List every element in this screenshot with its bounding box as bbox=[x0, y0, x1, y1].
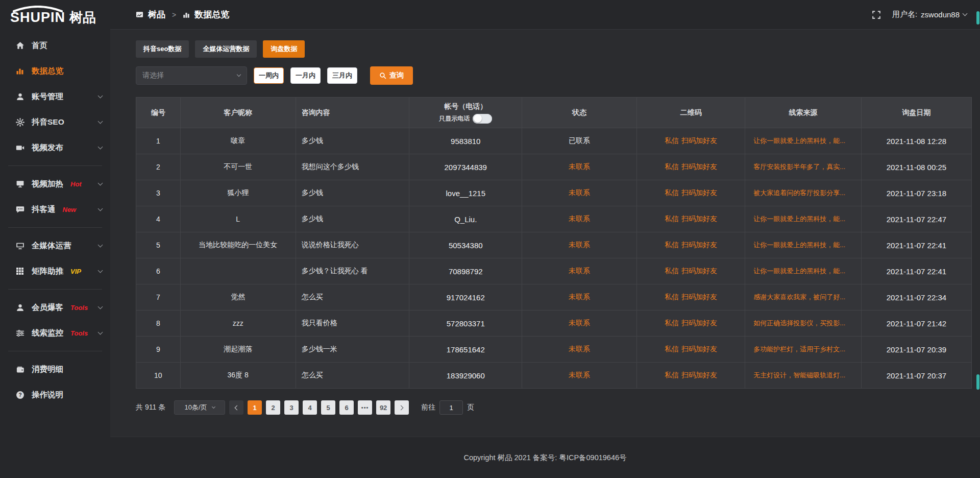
lead-source-link[interactable]: 让你一眼就爱上的黑科技，能... bbox=[745, 128, 862, 154]
chevron-right-icon bbox=[399, 405, 404, 410]
lead-source-link[interactable]: 让你一眼就爱上的黑科技，能... bbox=[745, 206, 862, 232]
scrollbar-thumb[interactable] bbox=[976, 374, 979, 390]
range-week-button[interactable]: 一周内 bbox=[254, 67, 284, 84]
table-row: 9 潮起潮落 多少钱一米 178651642 未联系 私信扫码加好友 多功能护栏… bbox=[136, 337, 972, 363]
username-label: 用户名: bbox=[892, 10, 917, 19]
lead-source-link[interactable]: 无主灯设计，智能磁吸轨道灯... bbox=[745, 363, 862, 389]
sidebar-item-home[interactable]: 首页 bbox=[0, 33, 110, 58]
sidebar-item-doukétong[interactable]: 抖客通 New bbox=[0, 197, 110, 222]
nav-divider bbox=[8, 351, 102, 351]
sidebar-item-label: 线索监控 bbox=[32, 328, 63, 339]
page-button-5[interactable]: 5 bbox=[321, 400, 335, 415]
hot-badge: Hot bbox=[70, 180, 82, 188]
col-id: 编号 bbox=[136, 98, 181, 128]
status-badge: 未联系 bbox=[522, 258, 636, 284]
sidebar-item-account[interactable]: 账号管理 bbox=[0, 84, 110, 109]
tab-douyin-seo-data[interactable]: 抖音seo数据 bbox=[136, 40, 189, 58]
status-badge: 未联系 bbox=[522, 310, 636, 337]
lead-source-link[interactable]: 感谢大家喜欢我家，被问了好... bbox=[745, 284, 862, 310]
private-msg-link[interactable]: 私信 bbox=[665, 267, 679, 275]
bar-chart-icon bbox=[183, 11, 190, 18]
lead-source-link[interactable]: 让你一眼就爱上的黑科技，能... bbox=[745, 232, 862, 258]
scan-add-friend-link[interactable]: 扫码加好友 bbox=[681, 293, 717, 301]
nav-divider bbox=[8, 227, 102, 228]
sidebar-item-member-burst[interactable]: 会员爆客 Tools bbox=[0, 295, 110, 320]
sidebar-item-help[interactable]: ? 操作说明 bbox=[0, 382, 110, 408]
chevron-down-icon bbox=[98, 304, 103, 309]
cell-nickname: 不可一世 bbox=[180, 154, 296, 180]
scan-add-friend-link[interactable]: 扫码加好友 bbox=[681, 319, 717, 327]
scan-add-friend-link[interactable]: 扫码加好友 bbox=[681, 371, 717, 379]
lead-source-link[interactable]: 让你一眼就爱上的黑科技，能... bbox=[745, 258, 862, 284]
scan-add-friend-link[interactable]: 扫码加好友 bbox=[681, 267, 717, 275]
private-msg-link[interactable]: 私信 bbox=[665, 162, 679, 171]
private-msg-link[interactable]: 私信 bbox=[665, 293, 679, 301]
table-row: 6 多少钱？让我死心 看 70898792 未联系 私信扫码加好友 让你一眼就爱… bbox=[136, 258, 972, 284]
phone-only-toggle[interactable] bbox=[473, 114, 492, 124]
sidebar-item-video-heat[interactable]: 视频加热 Hot bbox=[0, 171, 110, 197]
lead-source-link[interactable]: 客厅安装投影半年多了，真实... bbox=[745, 154, 862, 180]
scrollbar-thumb[interactable] bbox=[976, 11, 979, 25]
private-msg-link[interactable]: 私信 bbox=[665, 136, 679, 145]
sidebar-item-douyin-seo[interactable]: 抖音SEO bbox=[0, 109, 110, 135]
page-button-1[interactable]: 1 bbox=[248, 400, 262, 415]
breadcrumb-root[interactable]: 树品 bbox=[148, 9, 165, 20]
chevron-down-icon bbox=[98, 268, 103, 273]
sidebar-item-spend-detail[interactable]: 消费明细 bbox=[0, 356, 110, 382]
tab-inquiry-data[interactable]: 询盘数据 bbox=[263, 40, 305, 58]
tab-all-media-data[interactable]: 全媒体运营数据 bbox=[195, 40, 257, 58]
scan-add-friend-link[interactable]: 扫码加好友 bbox=[681, 214, 717, 223]
lead-source-link[interactable]: 如何正确选择投影仪，买投影... bbox=[745, 310, 862, 337]
prev-page-button[interactable] bbox=[229, 400, 243, 415]
private-msg-link[interactable]: 私信 bbox=[665, 214, 679, 223]
next-page-button[interactable] bbox=[395, 400, 409, 415]
sidebar-item-data-overview[interactable]: 数据总览 bbox=[0, 58, 110, 84]
page-button-2[interactable]: 2 bbox=[266, 400, 280, 415]
private-msg-link[interactable]: 私信 bbox=[665, 188, 679, 197]
sidebar-item-label: 账号管理 bbox=[32, 91, 63, 102]
sidebar-item-lead-monitor[interactable]: 线索监控 Tools bbox=[0, 320, 110, 346]
sidebar-item-label: 会员爆客 bbox=[32, 302, 63, 313]
scan-add-friend-link[interactable]: 扫码加好友 bbox=[681, 345, 717, 353]
page-button-92[interactable]: 92 bbox=[376, 400, 390, 415]
scan-add-friend-link[interactable]: 扫码加好友 bbox=[681, 241, 717, 249]
goto-page-input[interactable] bbox=[439, 400, 463, 415]
account-select[interactable]: 请选择 bbox=[136, 66, 247, 85]
bar-chart-icon bbox=[15, 66, 24, 76]
total-count: 共 911 条 bbox=[136, 403, 165, 412]
cell-id: 6 bbox=[136, 258, 181, 284]
nav-divider bbox=[8, 165, 102, 166]
sidebar-item-label: 抖客通 bbox=[32, 204, 56, 215]
user-menu[interactable]: 用户名: zswodun88 bbox=[892, 10, 967, 19]
search-button[interactable]: 查询 bbox=[370, 66, 413, 85]
private-msg-link[interactable]: 私信 bbox=[665, 371, 679, 379]
page-button-4[interactable]: 4 bbox=[303, 400, 317, 415]
status-badge: 未联系 bbox=[522, 154, 636, 180]
private-msg-link[interactable]: 私信 bbox=[665, 319, 679, 327]
private-msg-link[interactable]: 私信 bbox=[665, 345, 679, 353]
private-msg-link[interactable]: 私信 bbox=[665, 241, 679, 249]
page-size-select[interactable]: 10条/页 bbox=[174, 400, 225, 415]
new-badge: New bbox=[63, 206, 77, 213]
range-quarter-button[interactable]: 三月内 bbox=[327, 67, 357, 84]
sidebar-item-matrix-boost[interactable]: 矩阵助推 VIP bbox=[0, 258, 110, 284]
chat-bubble-icon bbox=[15, 205, 24, 214]
lead-source-link[interactable]: 被大家追着问的客厅投影分享... bbox=[745, 180, 862, 206]
fullscreen-icon[interactable] bbox=[872, 10, 881, 19]
sidebar-item-all-media[interactable]: 全媒体运营 bbox=[0, 233, 110, 258]
svg-text:?: ? bbox=[18, 392, 21, 398]
cell-date: 2021-11-07 22:41 bbox=[861, 232, 971, 258]
page-button-3[interactable]: 3 bbox=[284, 400, 299, 415]
cell-content: 多少钱 bbox=[296, 128, 409, 154]
sidebar-item-video-publish[interactable]: 视频发布 bbox=[0, 135, 110, 160]
scan-add-friend-link[interactable]: 扫码加好友 bbox=[681, 188, 717, 197]
chevron-down-icon bbox=[98, 118, 103, 124]
goto-unit-label: 页 bbox=[467, 403, 474, 412]
more-pages-button[interactable]: ••• bbox=[358, 400, 372, 415]
page-button-6[interactable]: 6 bbox=[339, 400, 354, 415]
scan-add-friend-link[interactable]: 扫码加好友 bbox=[681, 136, 717, 145]
scan-add-friend-link[interactable]: 扫码加好友 bbox=[681, 162, 717, 171]
lead-source-link[interactable]: 多功能护栏灯，适用于乡村文... bbox=[745, 337, 862, 363]
chevron-left-icon bbox=[235, 405, 240, 410]
range-month-button[interactable]: 一月内 bbox=[290, 67, 321, 84]
